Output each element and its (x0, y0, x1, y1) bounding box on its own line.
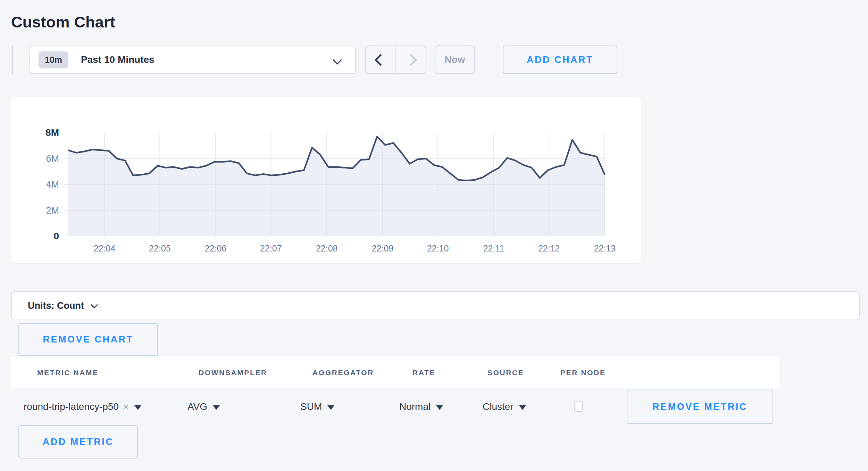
now-button[interactable]: Now (435, 46, 475, 74)
per-node-checkbox[interactable] (574, 401, 583, 412)
chevron-right-icon (405, 53, 417, 66)
svg-text:6M: 6M (46, 154, 59, 164)
time-range-dropdown[interactable]: 10m Past 10 Minutes (30, 46, 356, 74)
aggregator-select[interactable]: SUM (300, 388, 334, 425)
chevron-down-icon (333, 55, 342, 65)
chevron-down-icon (327, 405, 334, 410)
page-title: Custom Chart (11, 13, 115, 31)
chart-card: 02M4M6M8M22:0422:0522:0622:0722:0822:092… (11, 97, 641, 263)
col-header-metric-name: METRIC NAME (37, 357, 99, 388)
svg-text:22:07: 22:07 (260, 243, 282, 253)
time-range-badge: 10m (39, 51, 68, 68)
downsampler-value: AVG (187, 401, 207, 412)
time-range-label: Past 10 Minutes (81, 54, 155, 65)
remove-metric-button[interactable]: REMOVE METRIC (627, 390, 773, 424)
chevron-left-icon (375, 53, 387, 66)
units-dropdown[interactable]: Units: Count (11, 291, 860, 320)
rate-value: Normal (399, 401, 431, 412)
svg-text:22:06: 22:06 (205, 243, 227, 253)
clear-metric-icon[interactable]: × (123, 401, 129, 413)
remove-chart-button[interactable]: REMOVE CHART (18, 323, 158, 356)
downsampler-select[interactable]: AVG (187, 388, 220, 425)
svg-text:22:12: 22:12 (538, 243, 560, 253)
col-header-aggregator: AGGREGATOR (312, 357, 374, 388)
metric-name-value: round-trip-latency-p50 (24, 401, 119, 412)
svg-text:4M: 4M (46, 179, 59, 190)
col-header-rate: RATE (412, 357, 435, 388)
add-chart-button[interactable]: ADD CHART (503, 46, 617, 74)
metrics-table-header: METRIC NAME DOWNSAMPLER AGGREGATOR RATE … (11, 357, 779, 388)
svg-text:22:05: 22:05 (149, 243, 171, 253)
timeseries-chart: 02M4M6M8M22:0422:0522:0622:0722:0822:092… (11, 97, 641, 263)
chevron-down-icon (134, 405, 141, 410)
svg-text:2M: 2M (46, 205, 59, 216)
source-select[interactable]: Cluster (483, 388, 526, 425)
svg-text:22:13: 22:13 (594, 243, 616, 253)
time-prev-button[interactable] (366, 46, 396, 73)
svg-text:8M: 8M (45, 127, 59, 138)
metric-name-select[interactable]: round-trip-latency-p50 × (24, 388, 141, 425)
chevron-down-icon (213, 405, 220, 410)
chevron-down-icon (519, 405, 526, 410)
units-label: Units: Count (28, 300, 84, 311)
chevron-down-icon (91, 301, 98, 308)
svg-text:22:04: 22:04 (94, 243, 116, 253)
svg-text:0: 0 (53, 231, 59, 241)
aggregator-value: SUM (300, 401, 322, 412)
chevron-down-icon (436, 405, 443, 410)
col-header-downsampler: DOWNSAMPLER (199, 357, 267, 388)
metric-row: round-trip-latency-p50 × AVG SUM Normal … (0, 388, 868, 425)
col-header-source: SOURCE (487, 357, 524, 388)
time-next-button[interactable] (396, 46, 426, 73)
svg-text:22:10: 22:10 (427, 243, 449, 253)
source-value: Cluster (483, 401, 514, 412)
toolbar-divider (12, 46, 13, 74)
col-header-per-node: PER NODE (560, 357, 606, 388)
svg-text:22:11: 22:11 (483, 243, 504, 253)
rate-select[interactable]: Normal (399, 388, 443, 425)
add-metric-button[interactable]: ADD METRIC (18, 425, 138, 458)
svg-text:22:09: 22:09 (372, 243, 394, 253)
time-nav-group (365, 46, 426, 74)
svg-text:22:08: 22:08 (316, 243, 338, 253)
